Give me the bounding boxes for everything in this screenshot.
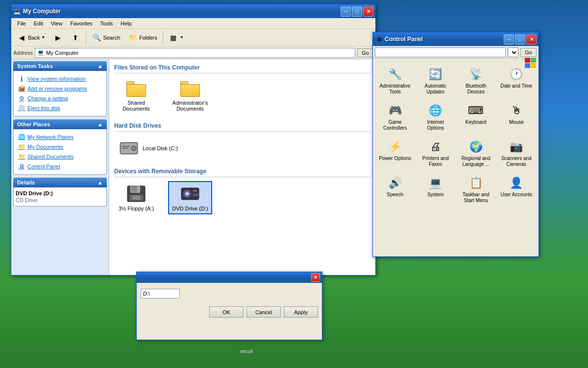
search-button[interactable]: 🔍 Search: [88, 31, 123, 45]
ok-button[interactable]: OK: [209, 306, 244, 318]
system-tasks-header[interactable]: System Tasks ▲: [13, 61, 107, 71]
cp-internet-options[interactable]: 🌐 Internet Options: [416, 100, 455, 134]
details-collapse-icon[interactable]: ▲: [98, 180, 103, 185]
desktop: 💻 My Computer ─ □ ✕ File Edit View Favor…: [0, 0, 588, 368]
apply-button[interactable]: Apply: [284, 306, 318, 318]
forward-button[interactable]: ▶: [49, 31, 66, 45]
other-places-header[interactable]: Other Places ▲: [13, 119, 107, 129]
menu-edit[interactable]: Edit: [30, 20, 47, 27]
views-dropdown[interactable]: ▼: [180, 35, 184, 40]
back-icon: ◀: [17, 33, 26, 43]
taskbar-icon: 📋: [468, 175, 484, 191]
dialog-input-row: [141, 285, 318, 302]
my-computer-window: 💻 My Computer ─ □ ✕ File Edit View Favor…: [11, 4, 376, 276]
add-remove-icon: 📦: [18, 85, 25, 92]
change-setting-item[interactable]: ⚙ Change a setting: [16, 93, 104, 103]
folders-button[interactable]: 📁 Folders: [124, 31, 161, 45]
cp-auto-updates[interactable]: 🔄 Automatic Updates: [416, 64, 455, 98]
system-tasks-collapse-icon[interactable]: ▲: [98, 63, 103, 69]
svg-rect-19: [525, 63, 530, 68]
cp-maximize-button[interactable]: □: [515, 34, 525, 45]
cp-game-controllers[interactable]: 🎮 Game Controllers: [376, 100, 415, 134]
cp-bluetooth[interactable]: 📡 Bluetooth Devices: [457, 64, 495, 98]
details-header[interactable]: Details ▲: [13, 178, 107, 187]
control-panel-item[interactable]: 🖥 Control Panel: [16, 161, 104, 171]
recoil-label: recoil: [240, 348, 253, 354]
dialog-window: ✕ OK Cancel Apply: [136, 272, 322, 340]
auto-updates-icon: 🔄: [428, 67, 443, 82]
svg-rect-17: [525, 58, 530, 63]
my-network-places-item[interactable]: 🌐 My Network Places: [16, 132, 104, 142]
cp-system[interactable]: 💻 System: [416, 172, 455, 207]
cp-speech[interactable]: 🔊 Speech: [376, 172, 415, 207]
floppy-item[interactable]: 3½ Floppy (A:): [114, 181, 158, 214]
dialog-close-button[interactable]: ✕: [311, 273, 320, 282]
admin-docs-label: Administrator's Documents: [171, 100, 209, 112]
cp-power-options[interactable]: ⚡ Power Options: [376, 136, 415, 170]
shared-documents-item[interactable]: 📁 Shared Documents: [16, 152, 104, 161]
address-input[interactable]: 💻 My Computer: [35, 48, 355, 58]
dialog-path-input[interactable]: [141, 289, 180, 299]
back-dropdown-icon[interactable]: ▼: [41, 35, 45, 40]
svg-rect-15: [193, 190, 197, 192]
minimize-button[interactable]: ─: [341, 6, 351, 17]
cp-admin-tools[interactable]: 🔧 Administrative Tools: [376, 64, 415, 98]
cancel-button[interactable]: Cancel: [246, 306, 281, 318]
cp-minimize-button[interactable]: ─: [504, 34, 514, 45]
address-value: My Computer: [46, 50, 78, 56]
menubar: File Edit View Favorites Tools Help: [11, 18, 375, 29]
bluetooth-icon: 📡: [468, 67, 484, 82]
dvd-item[interactable]: DVD DVD Drive (D:): [168, 181, 212, 214]
forward-icon: ▶: [53, 33, 63, 43]
cp-address-dropdown[interactable]: [508, 47, 518, 57]
cp-regional[interactable]: 🌍 Regional and Language ...: [457, 136, 495, 170]
maximize-button[interactable]: □: [352, 6, 362, 17]
close-button[interactable]: ✕: [363, 6, 373, 17]
power-options-label: Power Options: [379, 156, 411, 161]
dialog-titlebar: ✕: [137, 272, 322, 283]
other-places-collapse-icon[interactable]: ▲: [98, 121, 103, 127]
cp-user-accounts[interactable]: 👤 User Accounts: [497, 172, 536, 207]
cp-go-button[interactable]: Go: [520, 48, 537, 57]
svg-rect-8: [131, 186, 137, 192]
dialog-buttons: OK Cancel Apply: [137, 304, 322, 320]
shared-docs-icon: 📁: [18, 153, 25, 161]
system-tasks-label: System Tasks: [17, 63, 53, 69]
local-disk-label: Local Disk (C:): [143, 145, 178, 151]
up-button[interactable]: ⬆: [67, 31, 84, 45]
menu-file[interactable]: File: [13, 20, 30, 27]
go-button[interactable]: Go: [357, 48, 373, 57]
my-computer-titlebar: 💻 My Computer ─ □ ✕: [11, 4, 375, 18]
local-disk-c-item[interactable]: Local Disk (C:): [114, 136, 370, 161]
dvd-label: DVD Drive (D:): [172, 206, 208, 211]
view-system-info-item[interactable]: ℹ View system information: [16, 74, 104, 84]
taskbar-label: Taskbar and Start Menu: [459, 192, 493, 204]
views-button[interactable]: ▦ ▼: [165, 31, 187, 45]
cp-keyboard[interactable]: ⌨ Keyboard: [457, 100, 495, 134]
my-documents-label: My Documents: [27, 144, 63, 150]
svg-point-14: [186, 193, 188, 195]
cp-scanners[interactable]: 📷 Scanners and Cameras: [497, 136, 536, 170]
cp-close-button[interactable]: ✕: [526, 34, 537, 45]
menu-help[interactable]: Help: [117, 20, 136, 27]
cp-taskbar[interactable]: 📋 Taskbar and Start Menu: [457, 172, 495, 207]
cp-window-title: Control Panel: [385, 36, 504, 43]
menu-view[interactable]: View: [47, 20, 67, 27]
shared-documents-file[interactable]: Shared Documents: [114, 77, 158, 115]
up-icon: ⬆: [71, 33, 80, 43]
cp-mouse[interactable]: 🖱 Mouse: [497, 100, 536, 134]
xp-logo: [525, 58, 537, 69]
info-icon: ℹ: [18, 75, 25, 83]
mouse-icon: 🖱: [509, 103, 524, 118]
date-time-label: Date and Time: [500, 83, 532, 89]
my-documents-item[interactable]: 📁 My Documents: [16, 142, 104, 152]
cp-printers[interactable]: 🖨 Printers and Faxes: [416, 136, 455, 170]
menu-favorites[interactable]: Favorites: [66, 20, 96, 27]
add-remove-programs-item[interactable]: 📦 Add or remove programs: [16, 84, 104, 93]
eject-disk-item[interactable]: 💿 Eject this disk: [16, 103, 104, 113]
system-label: System: [427, 192, 443, 198]
admin-documents-file[interactable]: Administrator's Documents: [168, 77, 212, 115]
floppy-icon: [126, 184, 146, 204]
back-button[interactable]: ◀ Back ▼: [13, 31, 49, 45]
menu-tools[interactable]: Tools: [97, 20, 117, 27]
